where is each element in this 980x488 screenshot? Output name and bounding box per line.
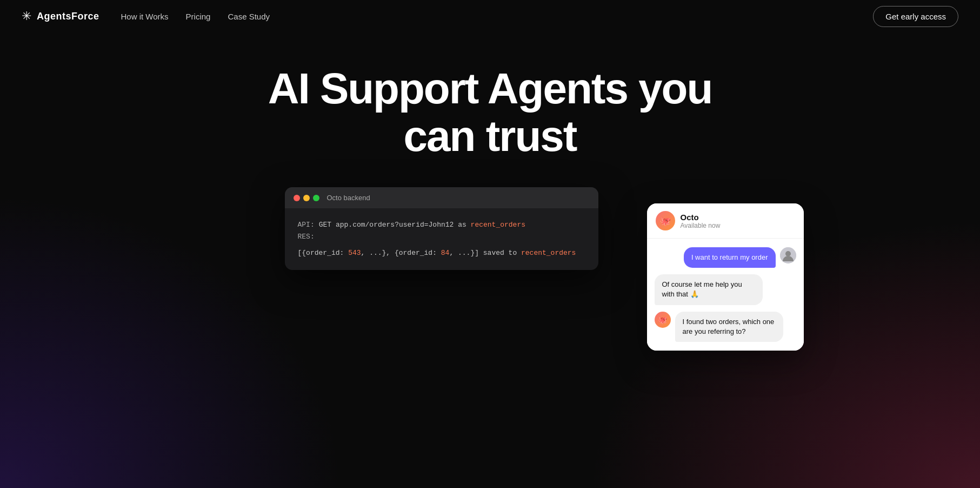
logo-icon: ✳ bbox=[22, 10, 31, 22]
chat-message-user-1: I want to return my order bbox=[655, 247, 796, 268]
hero-section: AI Support Agents you can trust Octo bac… bbox=[0, 32, 980, 270]
chat-widget: 🐙 Octo Available now I want to return my… bbox=[647, 203, 804, 351]
code-api-text: GET app.com/orders?userid=John12 as rece… bbox=[319, 219, 525, 231]
chat-agent-name: Octo bbox=[681, 213, 721, 222]
hero-title-line2: can trust bbox=[404, 112, 577, 160]
nav-link-how-it-works[interactable]: How it Works bbox=[121, 12, 169, 21]
demo-container: Octo backend API: GET app.com/orders?use… bbox=[285, 187, 696, 270]
code-line-2: RES: [{order_id: 543, ...}, {order_id: 8… bbox=[298, 231, 585, 259]
code-body: API: GET app.com/orders?userid=John12 as… bbox=[285, 208, 598, 270]
code-window: Octo backend API: GET app.com/orders?use… bbox=[285, 187, 598, 270]
chat-agent-avatar: 🐙 bbox=[656, 211, 675, 230]
code-highlight-recent-orders-2: recent_orders bbox=[521, 249, 576, 257]
traffic-dot-yellow bbox=[303, 195, 310, 201]
chat-messages: I want to return my order Of course let … bbox=[647, 239, 804, 351]
bot-message-bubble-1: Of course let me help you with that 🙏 bbox=[655, 274, 763, 305]
chat-message-bot-1: Of course let me help you with that 🙏 bbox=[655, 274, 796, 305]
hero-title-line1: AI Support Agents you bbox=[268, 64, 712, 113]
traffic-lights bbox=[294, 195, 319, 201]
early-access-button[interactable]: Get early access bbox=[873, 6, 958, 27]
chat-message-bot-2: 🐙 I found two orders, which one are you … bbox=[655, 312, 796, 342]
user-avatar bbox=[780, 247, 796, 263]
nav-links: How it Works Pricing Case Study bbox=[121, 12, 270, 21]
hero-title: AI Support Agents you can trust bbox=[268, 65, 712, 160]
window-title: Octo backend bbox=[327, 194, 370, 202]
user-message-bubble-1: I want to return my order bbox=[684, 247, 776, 268]
nav-link-pricing[interactable]: Pricing bbox=[186, 12, 211, 21]
nav-link-case-study[interactable]: Case Study bbox=[228, 12, 270, 21]
chat-header: 🐙 Octo Available now bbox=[647, 203, 804, 239]
code-titlebar: Octo backend bbox=[285, 187, 598, 208]
code-label-api: API: bbox=[298, 219, 315, 231]
code-res-text: [{order_id: 543, ...}, {order_id: 84, ..… bbox=[298, 247, 576, 259]
navbar: ✳ AgentsForce How it Works Pricing Case … bbox=[0, 0, 980, 32]
nav-left: ✳ AgentsForce How it Works Pricing Case … bbox=[22, 10, 270, 22]
code-label-res: RES: bbox=[298, 231, 315, 243]
code-highlight-84: 84 bbox=[441, 249, 450, 257]
traffic-dot-green bbox=[313, 195, 319, 201]
chat-agent-status: Available now bbox=[681, 222, 721, 229]
logo-text: AgentsForce bbox=[37, 11, 99, 22]
code-highlight-543: 543 bbox=[348, 249, 361, 257]
logo: ✳ AgentsForce bbox=[22, 10, 99, 22]
code-highlight-recent-orders: recent_orders bbox=[471, 221, 525, 229]
code-line-1: API: GET app.com/orders?userid=John12 as… bbox=[298, 219, 585, 231]
traffic-dot-red bbox=[294, 195, 300, 201]
bot-avatar-small: 🐙 bbox=[655, 312, 671, 328]
svg-point-1 bbox=[785, 251, 791, 256]
bot-message-bubble-2: I found two orders, which one are you re… bbox=[675, 312, 783, 342]
chat-agent-info: Octo Available now bbox=[681, 213, 721, 229]
